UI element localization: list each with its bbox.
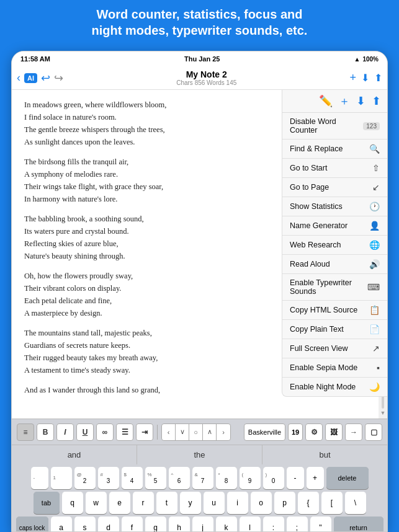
key-h[interactable]: h xyxy=(169,516,190,532)
format-bold-btn[interactable]: B xyxy=(37,423,54,441)
redo-button[interactable]: ↪ xyxy=(54,71,63,85)
format-indent-btn[interactable]: ⇥ xyxy=(136,423,153,441)
status-date: Thu Jan 25 xyxy=(184,55,220,63)
format-image-btn[interactable]: 🖼 xyxy=(325,423,343,441)
nav-left-btn[interactable]: ‹ xyxy=(162,423,176,441)
scroll-down-arrow[interactable]: ▼ xyxy=(380,410,386,416)
menu-item-fullscreen[interactable]: Full Screen View ↗ xyxy=(282,339,387,358)
nav-circle-btn[interactable]: ○ xyxy=(189,423,203,441)
back-button[interactable]: ‹ xyxy=(17,71,20,84)
menu-item-statistics[interactable]: Show Statistics 🕐 xyxy=(282,197,387,216)
toolbar-center: My Note 2 Chars 856 Words 145 xyxy=(67,69,346,86)
menu-item-typewriter[interactable]: Enable Typewriter Sounds ⌨ xyxy=(282,274,387,301)
nav-down-btn[interactable]: ∨ xyxy=(176,423,189,441)
key-lbracket[interactable]: [ xyxy=(321,492,343,514)
key-j[interactable]: j xyxy=(192,516,213,532)
menu-item-find-replace[interactable]: Find & Replace 🔍 xyxy=(282,140,387,159)
top-banner: Word counter, statistics, focus and nigh… xyxy=(0,0,399,43)
key-r[interactable]: r xyxy=(133,492,154,514)
key-7[interactable]: &7 xyxy=(192,467,213,489)
menu-pen-icon[interactable]: ✏️ xyxy=(319,94,333,108)
key-semicolon[interactable]: ; xyxy=(287,516,308,532)
key-o[interactable]: o xyxy=(251,492,272,514)
key-dash[interactable]: - xyxy=(287,467,304,489)
key-plus[interactable]: + xyxy=(307,467,324,489)
format-style-btn[interactable]: ≡ xyxy=(17,423,34,441)
format-settings-btn[interactable]: ⚙ xyxy=(305,423,323,441)
menu-item-web-research[interactable]: Web Research 🌐 xyxy=(282,236,387,255)
pred-word-3[interactable]: but xyxy=(262,445,387,464)
note-title: My Note 2 xyxy=(67,69,346,79)
key-minus[interactable]: - xyxy=(31,467,48,489)
pred-word-1[interactable]: and xyxy=(12,445,137,464)
key-3[interactable]: #3 xyxy=(98,467,119,489)
key-g[interactable]: g xyxy=(145,516,166,532)
nav-right-btn[interactable]: › xyxy=(217,423,230,441)
nav-up-btn[interactable]: ∧ xyxy=(203,423,217,441)
banner-line2: night modes, typewriter sounds, etc. xyxy=(92,24,308,37)
plus-button[interactable]: + xyxy=(349,71,356,84)
key-9[interactable]: (9 xyxy=(240,467,261,489)
key-k[interactable]: k xyxy=(216,516,237,532)
key-1[interactable]: 1 xyxy=(51,467,72,489)
menu-item-night[interactable]: Enable Night Mode 🌙 xyxy=(282,378,387,396)
menu-item-go-start[interactable]: Go to Start ⇧ xyxy=(282,159,387,178)
key-u[interactable]: u xyxy=(204,492,225,514)
key-6[interactable]: ^6 xyxy=(169,467,190,489)
format-sep1 xyxy=(157,425,158,440)
ai-button[interactable]: AI xyxy=(24,73,37,83)
key-row-numbers: - 1 @2 #3 $4 %5 ^6 &7 *8 (9 )0 - + delet… xyxy=(13,467,386,489)
menu-item-copy-html[interactable]: Copy HTML Source 📋 xyxy=(282,301,387,320)
menu-item-name-gen[interactable]: Name Generator 👤 xyxy=(282,216,387,236)
menu-plus-icon[interactable]: ＋ xyxy=(339,94,350,109)
format-list-btn[interactable]: ☰ xyxy=(116,423,133,441)
key-tab[interactable]: tab xyxy=(34,492,60,514)
format-italic-btn[interactable]: I xyxy=(56,423,74,441)
menu-item-copy-plain[interactable]: Copy Plain Text 📄 xyxy=(282,320,387,339)
key-capslock[interactable]: caps lock xyxy=(16,516,48,532)
wifi-icon: ▲ xyxy=(354,56,361,63)
key-e[interactable]: e xyxy=(109,492,130,514)
font-selector[interactable]: Baskerville xyxy=(244,423,285,441)
key-f[interactable]: f xyxy=(122,516,143,532)
format-more-btn[interactable]: → xyxy=(345,423,362,441)
key-w[interactable]: w xyxy=(86,492,107,514)
font-size: 19 xyxy=(292,428,299,436)
key-4[interactable]: $4 xyxy=(122,467,143,489)
pred-word-2[interactable]: the xyxy=(137,445,262,464)
key-q[interactable]: q xyxy=(62,492,83,514)
menu-item-word-counter[interactable]: Disable Word Counter 123 xyxy=(282,113,387,140)
key-colon[interactable]: : xyxy=(263,516,284,532)
key-t[interactable]: t xyxy=(156,492,177,514)
format-extra-btn[interactable]: ▢ xyxy=(365,423,382,441)
menu-item-read-aloud[interactable]: Read Aloud 🔊 xyxy=(282,255,387,274)
menu-download-icon[interactable]: ⬇ xyxy=(356,94,365,108)
key-return[interactable]: return xyxy=(334,516,383,532)
key-s[interactable]: s xyxy=(74,516,96,532)
key-5[interactable]: %5 xyxy=(145,467,166,489)
key-y[interactable]: y xyxy=(180,492,201,514)
format-underline-btn[interactable]: U xyxy=(76,423,94,441)
key-l[interactable]: l xyxy=(240,516,261,532)
key-backslash[interactable]: \ xyxy=(345,492,366,514)
download-button[interactable]: ⬇ xyxy=(361,72,369,84)
key-8[interactable]: *8 xyxy=(216,467,237,489)
share-button[interactable]: ⬆ xyxy=(374,72,382,84)
undo-button[interactable]: ↩ xyxy=(41,71,50,85)
format-infinity-btn[interactable]: ∞ xyxy=(96,423,114,441)
key-delete[interactable]: delete xyxy=(326,467,369,489)
key-p[interactable]: p xyxy=(274,492,295,514)
font-size-box[interactable]: 19 xyxy=(288,423,303,441)
key-d[interactable]: d xyxy=(98,516,119,532)
key-0[interactable]: )0 xyxy=(263,467,284,489)
key-a[interactable]: a xyxy=(51,516,72,532)
dropdown-menu: ✏️ ＋ ⬇ ⬆ Disable Word Counter 123 Find &… xyxy=(282,90,387,397)
menu-item-sepia[interactable]: Enable Sepia Mode ▪ xyxy=(282,358,387,378)
menu-item-go-page[interactable]: Go to Page ↙ xyxy=(282,178,387,197)
key-lbrace[interactable]: { xyxy=(298,492,319,514)
menu-share-icon[interactable]: ⬆ xyxy=(372,94,381,108)
key-2[interactable]: @2 xyxy=(74,467,96,489)
battery-status: 100% xyxy=(362,56,379,63)
key-quote[interactable]: " xyxy=(310,516,331,532)
key-i[interactable]: i xyxy=(227,492,248,514)
